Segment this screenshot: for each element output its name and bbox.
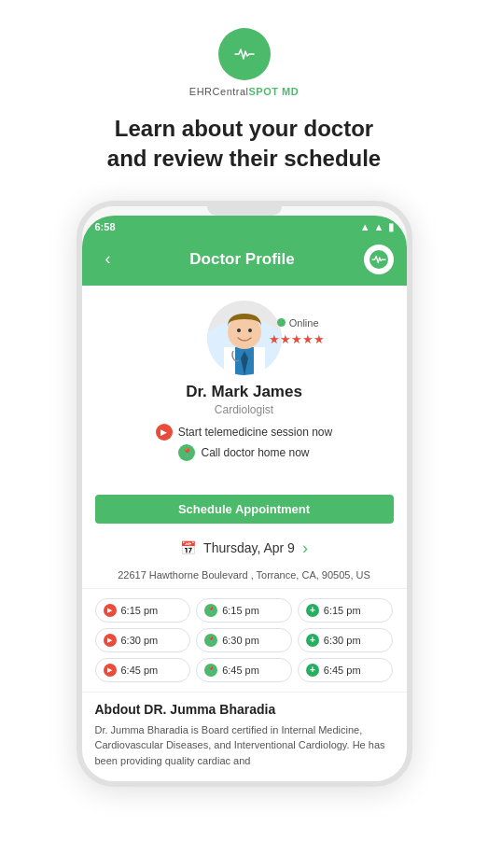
logo-icon — [218, 28, 271, 80]
slot-plus-630[interactable]: + 6:30 pm — [298, 628, 394, 652]
logo-area: EHRCentralSPOT MD — [189, 28, 299, 97]
location-slot-icon: 📍 — [204, 634, 217, 647]
slot-loc-615[interactable]: 📍 6:15 pm — [196, 598, 292, 623]
about-text: Dr. Jumma Bharadia is Board certified in… — [95, 722, 394, 769]
doctor-name: Dr. Mark James — [186, 383, 302, 401]
plus-slot-icon: + — [306, 664, 319, 677]
slot-video-645[interactable]: ▶ 6:45 pm — [95, 658, 191, 682]
slot-loc-645[interactable]: 📍 6:45 pm — [196, 658, 292, 682]
tele-action-row[interactable]: ▶ Start telemedicine session now — [156, 424, 332, 441]
plus-slot-icon: + — [306, 634, 319, 647]
slot-time: 6:15 pm — [121, 605, 159, 616]
date-label: Thursday, Apr 9 — [203, 540, 295, 555]
status-time: 6:58 — [95, 221, 116, 232]
doctor-avatar-wrap: Online ★★★★★ — [207, 301, 282, 375]
slot-time: 6:45 pm — [121, 665, 159, 676]
video-icon: ▶ — [156, 424, 173, 441]
star-rating: ★★★★★ — [269, 332, 325, 346]
slot-time: 6:30 pm — [222, 635, 259, 646]
profile-content: Online ★★★★★ Dr. Mark James Cardiologist… — [82, 286, 407, 487]
doctor-top-info: Online ★★★★★ Dr. Mark James Cardiologist… — [95, 301, 394, 465]
phone-frame: 6:58 ▲ ▲ ▮ ‹ Doctor Profile — [77, 201, 412, 788]
address: 22617 Hawthorne Boulevard , Torrance, CA… — [82, 566, 407, 589]
brand-name: EHRCentralSPOT MD — [189, 86, 299, 97]
slot-time: 6:15 pm — [222, 605, 259, 616]
phone-screen: 6:58 ▲ ▲ ▮ ‹ Doctor Profile — [82, 216, 407, 782]
slot-plus-645[interactable]: + 6:45 pm — [298, 658, 394, 682]
header-logo-button[interactable] — [364, 245, 394, 274]
call-action-label: Call doctor home now — [201, 446, 309, 459]
doctor-specialty: Cardiologist — [215, 403, 273, 416]
date-next-button[interactable]: › — [302, 539, 308, 558]
location-icon: 📍 — [178, 444, 195, 461]
about-title: Abdout DR. Jumma Bharadia — [95, 702, 394, 717]
svg-point-9 — [237, 329, 241, 332]
slot-loc-630[interactable]: 📍 6:30 pm — [196, 628, 292, 652]
status-icons: ▲ ▲ ▮ — [360, 221, 394, 233]
page-title: Doctor Profile — [189, 250, 294, 269]
location-slot-icon: 📍 — [204, 604, 217, 617]
slot-time: 6:30 pm — [324, 635, 361, 646]
location-slot-icon: 📍 — [204, 664, 217, 677]
online-indicator — [277, 318, 286, 327]
slot-time: 6:45 pm — [222, 665, 259, 676]
phone-notch — [207, 206, 282, 216]
slot-time: 6:45 pm — [324, 665, 361, 676]
calendar-icon: 📅 — [180, 540, 196, 555]
video-slot-icon: ▶ — [104, 604, 117, 617]
online-label: Online — [289, 317, 319, 329]
slot-plus-615[interactable]: + 6:15 pm — [298, 598, 394, 623]
headline: Learn about your doctor and review their… — [79, 114, 409, 175]
signal-icon: ▲ — [374, 221, 384, 232]
back-button[interactable]: ‹ — [95, 246, 121, 273]
plus-slot-icon: + — [306, 604, 319, 617]
video-slot-icon: ▶ — [104, 634, 117, 647]
svg-point-10 — [248, 329, 252, 332]
schedule-appointment-button[interactable]: Schedule Appointment — [95, 495, 394, 524]
date-row: 📅 Thursday, Apr 9 › — [82, 531, 407, 566]
tele-action-label: Start telemedicine session now — [178, 426, 332, 439]
time-slots-grid: ▶ 6:15 pm 📍 6:15 pm + 6:15 pm ▶ 6:30 pm … — [82, 589, 407, 692]
status-bar: 6:58 ▲ ▲ ▮ — [82, 216, 407, 237]
slot-video-630[interactable]: ▶ 6:30 pm — [95, 628, 191, 652]
app-header: ‹ Doctor Profile — [82, 237, 407, 286]
wifi-icon: ▲ — [360, 221, 370, 232]
video-slot-icon: ▶ — [104, 664, 117, 677]
slot-time: 6:15 pm — [324, 605, 361, 616]
battery-icon: ▮ — [388, 221, 394, 233]
slot-time: 6:30 pm — [121, 635, 159, 646]
about-section: Abdout DR. Jumma Bharadia Dr. Jumma Bhar… — [82, 692, 407, 782]
slot-video-615[interactable]: ▶ 6:15 pm — [95, 598, 191, 623]
online-badge: Online — [277, 317, 319, 329]
call-action-row[interactable]: 📍 Call doctor home now — [178, 444, 309, 461]
